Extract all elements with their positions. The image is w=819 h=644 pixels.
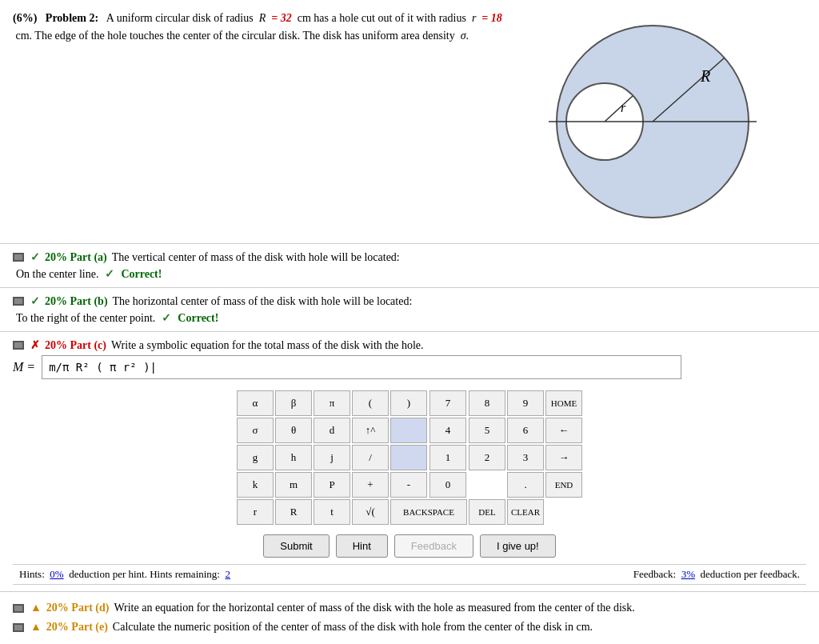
r-value: = 18 (481, 12, 501, 24)
problem-title: Problem 2: (46, 12, 98, 24)
feedback-label: Feedback: (633, 568, 676, 580)
equation-input[interactable] (42, 355, 681, 379)
key-1[interactable]: 1 (429, 445, 466, 470)
part-a-answer-text: On the center line. (16, 268, 98, 281)
key-right-arrow[interactable]: → (545, 445, 582, 470)
feedback-deduction-link[interactable]: 3% (681, 568, 695, 580)
equation-row: M = (13, 355, 806, 379)
r-unit: cm. The edge of the hole touches the cen… (16, 30, 455, 42)
key-slash[interactable]: / (352, 445, 389, 470)
part-a-correct-label: Correct! (121, 268, 162, 281)
keyboard-row-4: k m P + - 0 . END (237, 472, 582, 498)
feedback-button[interactable]: Feedback (394, 534, 473, 558)
key-P[interactable]: P (314, 472, 350, 498)
key-backspace[interactable]: BACKSPACE (390, 499, 467, 525)
submit-button[interactable]: Submit (263, 534, 329, 558)
keyboard-area: α β π ( ) 7 8 9 HOME σ θ d ↑^ (13, 389, 806, 526)
hints-right: Feedback: 3% deduction per feedback. (633, 568, 800, 581)
part-b-correct-label: Correct! (178, 312, 218, 325)
diagram-area: R r (517, 10, 789, 234)
part-d-monitor-icon (13, 604, 24, 613)
keyboard-row-1: α β π ( ) 7 8 9 HOME (237, 390, 582, 416)
R-label: R (259, 12, 266, 24)
key-empty-3[interactable] (390, 445, 427, 470)
key-t[interactable]: t (314, 499, 350, 525)
key-minus[interactable]: - (390, 472, 427, 498)
key-end[interactable]: END (545, 472, 582, 498)
hints-label: Hints: (19, 568, 45, 580)
key-plus[interactable]: + (352, 472, 389, 498)
problem-section: (6%) Problem 2: A uniform circular disk … (0, 0, 819, 244)
part-e-monitor-icon (13, 623, 24, 632)
key-del[interactable]: DEL (469, 499, 505, 525)
key-open-paren[interactable]: ( (352, 390, 389, 416)
key-j[interactable]: j (314, 445, 350, 470)
hints-remaining-link[interactable]: 2 (225, 568, 230, 580)
eq-label: M = (13, 360, 35, 374)
sigma-label: σ (461, 30, 466, 42)
key-m[interactable]: m (275, 472, 312, 498)
bottom-parts: ▲ 20% Part (d) Write an equation for the… (0, 592, 819, 643)
key-left-arrow[interactable]: ← (545, 418, 582, 443)
part-d-question: Write an equation for the horizontal cen… (114, 602, 634, 614)
part-a-monitor-icon (13, 253, 24, 262)
key-k[interactable]: k (237, 472, 274, 498)
key-3[interactable]: 3 (507, 445, 544, 470)
give-up-button[interactable]: I give up! (480, 534, 556, 558)
part-c-section: ✗ 20% Part (c) Write a symbolic equation… (0, 332, 819, 592)
feedback-suffix: deduction per feedback. (700, 568, 800, 580)
key-alpha[interactable]: α (237, 390, 274, 416)
key-d[interactable]: d (314, 418, 350, 443)
key-9[interactable]: 9 (507, 390, 544, 416)
key-empty-2[interactable] (390, 418, 427, 443)
hints-deduction-link[interactable]: 0% (50, 568, 63, 580)
key-h[interactable]: h (275, 445, 312, 470)
problem-percent: (6%) (13, 12, 37, 24)
part-a-correct-check: ✓ (105, 267, 114, 281)
key-home[interactable]: HOME (545, 390, 582, 416)
key-pi[interactable]: π (314, 390, 350, 416)
key-0[interactable]: 0 (429, 472, 466, 498)
key-theta[interactable]: θ (275, 418, 312, 443)
keyboard-row-2: σ θ d ↑^ 4 5 6 ← (237, 418, 582, 443)
main-container: (6%) Problem 2: A uniform circular disk … (0, 0, 819, 644)
R-diagram-label: R (700, 67, 710, 85)
key-close-paren[interactable]: ) (390, 390, 427, 416)
keyboard-row-3: g h j / 1 2 3 → (237, 445, 582, 470)
key-sigma[interactable]: σ (237, 418, 274, 443)
key-dot[interactable]: . (507, 472, 544, 498)
key-uparrow[interactable]: ↑^ (352, 418, 389, 443)
key-4[interactable]: 4 (429, 418, 466, 443)
hints-left-suffix: deduction per hint. Hints remaining: (69, 568, 220, 580)
key-2[interactable]: 2 (469, 445, 505, 470)
key-clear[interactable]: CLEAR (507, 499, 544, 525)
problem-statement: (6%) Problem 2: A uniform circular disk … (13, 10, 517, 46)
part-d-label: 20% Part (d) (46, 602, 110, 614)
part-e-label: 20% Part (e) (46, 621, 108, 634)
part-b-section: ✓ 20% Part (b) The horizontal center of … (0, 288, 819, 332)
hint-button[interactable]: Hint (336, 534, 388, 558)
part-c-question: Write a symbolic equation for the total … (111, 339, 424, 352)
key-r[interactable]: r (237, 499, 274, 525)
r-label: r (472, 12, 476, 24)
part-b-check-icon: ✓ (30, 294, 40, 308)
disk-diagram: R r (541, 10, 765, 234)
key-8[interactable]: 8 (469, 390, 505, 416)
part-a-answer: On the center line. ✓ Correct! (13, 267, 806, 281)
part-b-monitor-icon (13, 297, 24, 306)
r-diagram-label: r (621, 101, 626, 114)
part-e-question: Calculate the numeric position of the ce… (113, 621, 593, 634)
part-c-x-icon: ✗ (30, 338, 40, 352)
part-a-label: 20% Part (a) (45, 251, 107, 264)
R-unit: cm has a hole cut out of it with radius (298, 12, 466, 24)
key-g[interactable]: g (237, 445, 274, 470)
key-sqrt[interactable]: √( (352, 499, 389, 525)
key-6[interactable]: 6 (507, 418, 544, 443)
part-a-header: ✓ 20% Part (a) The vertical center of ma… (13, 250, 806, 264)
part-b-question: The horizontal center of mass of the dis… (113, 295, 413, 308)
key-5[interactable]: 5 (469, 418, 505, 443)
key-7[interactable]: 7 (429, 390, 466, 416)
key-beta[interactable]: β (275, 390, 312, 416)
key-R[interactable]: R (275, 499, 312, 525)
part-a-question: The vertical center of mass of the disk … (112, 251, 400, 264)
